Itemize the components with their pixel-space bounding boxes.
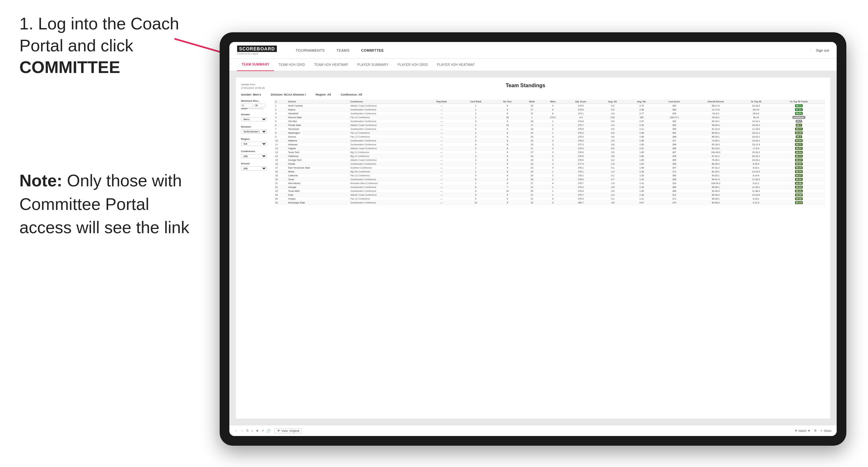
forward-icon[interactable]: → <box>240 429 244 432</box>
cell-wins: 1 <box>542 123 563 127</box>
cell-conf-rank: 5 <box>458 197 493 201</box>
rounds-slider[interactable] <box>241 108 264 109</box>
cell-rank: 6 <box>274 123 287 127</box>
table-row: 11ArkansasSoutheastern Conference—682332… <box>274 143 825 147</box>
sign-out-link[interactable]: Sign out <box>810 49 829 52</box>
cell-conference: Southeastern Conference <box>349 185 425 189</box>
cell-wins: 4 <box>542 162 563 166</box>
cell-no-tour: 9 <box>493 108 521 112</box>
school-section: School (All) <box>241 162 270 170</box>
back-icon[interactable]: ← <box>235 429 238 432</box>
tablet-screen: SCOREBOARD Powered by clippd TOURNAMENTS… <box>229 42 837 436</box>
cell-low-score: 262 <box>656 131 692 135</box>
cell-reg-rank: — <box>425 178 458 182</box>
cell-wins: 2 <box>542 127 563 131</box>
cell-rank: 3 <box>274 112 287 116</box>
sub-nav-team-h2h-heatmap[interactable]: TEAM H2H HEATMAP <box>309 59 353 71</box>
refresh-icon[interactable]: ↻ <box>246 429 249 432</box>
cell-rank: 4 <box>274 116 287 120</box>
cell-rank: 19 <box>274 174 287 178</box>
sub-nav-player-h2h-grid[interactable]: PLAYER H2H GRID <box>393 59 433 71</box>
cell-overall-record: 86-25-1 <box>692 135 739 139</box>
cell-reg-rank: — <box>425 139 458 143</box>
share-icon: ↗ <box>820 429 823 432</box>
col-school: School <box>287 99 349 104</box>
cell-vs-top25: 11-29-1 <box>739 185 773 189</box>
cell-avg-rd: 2.37 <box>627 120 657 123</box>
view-original-btn[interactable]: 👁 View: Original <box>274 428 302 433</box>
cell-school: Georgia Tech <box>287 158 349 162</box>
table-row: 10AlabamaSoutheastern Conference—5823327… <box>274 139 825 143</box>
cell-avg-sg: -1.9 <box>598 182 627 185</box>
cell-rank: 12 <box>274 147 287 151</box>
cell-conference: Southeastern Conference <box>349 201 425 205</box>
cell-wins: 4 <box>542 158 563 162</box>
cell-vs-top25: 11-38-2 <box>739 189 773 193</box>
cell-vs-top25: 15-32-2 <box>739 151 773 154</box>
bookmark-icon[interactable]: ★ <box>256 429 259 432</box>
watch-btn[interactable]: 👁 Watch ▼ <box>795 429 810 432</box>
cell-adj-score: 274.1 <box>563 112 598 116</box>
cell-avg-sg: -4.6 <box>598 135 627 139</box>
min-rounds-max-input[interactable] <box>254 104 266 107</box>
cell-vs-top25: 9-10-1 <box>739 166 773 170</box>
cell-vs-top50: 80.91 <box>773 178 825 182</box>
cell-conf-rank: 1 <box>458 108 493 112</box>
region-select[interactable]: N/A <box>241 142 267 146</box>
cell-avg-rd: 2.77 <box>627 112 657 116</box>
cell-no-tour: 10 <box>493 123 521 127</box>
cell-reg-rank: — <box>425 185 458 189</box>
nav-item-tournaments[interactable]: TOURNAMENTS <box>290 42 331 59</box>
division-select[interactable]: NCAA Division I <box>241 129 267 134</box>
cell-vs-top25: 33-25-2 <box>739 123 773 127</box>
cell-reg-rank: — <box>425 166 458 170</box>
cell-avg-sg: -3.8 <box>598 185 627 189</box>
cell-rank: 23 <box>274 189 287 193</box>
watch-icon: 👁 <box>795 429 798 432</box>
share-btn[interactable]: ↗ Share <box>820 429 832 432</box>
main-content: Update time: 27/03/2024 16:56:26 Team St… <box>229 71 837 425</box>
cell-vs-top50: 80.27 <box>773 174 825 178</box>
nav-item-teams[interactable]: TEAMS <box>331 42 355 59</box>
bottom-toolbar: ← → ↻ ⌂ ★ ↗ 🕐 👁 View: Original 👁 Watch ▼… <box>229 425 837 436</box>
share-small-icon[interactable]: ↗ <box>261 429 264 432</box>
cell-vs-top50: 80.38 <box>773 197 825 201</box>
cell-no-tour: 6 <box>493 120 521 123</box>
sub-nav-team-summary[interactable]: TEAM SUMMARY <box>237 59 274 71</box>
cell-wins: 2 <box>542 154 563 158</box>
cell-conference: Southeastern Conference <box>349 162 425 166</box>
cell-vs-top50: 80.94 <box>773 151 825 154</box>
sub-nav-team-h2h-grid[interactable]: TEAM H2H GRID <box>274 59 309 71</box>
min-rounds-min-input[interactable] <box>241 104 253 107</box>
school-select[interactable]: (All) <box>241 166 267 170</box>
cell-rnds: 24 <box>521 162 542 166</box>
cell-avg-rd: 1.85 <box>627 151 657 154</box>
table-row: 16FloridaSoutheastern Conference—7924427… <box>274 162 825 166</box>
cell-vs-top50: 80.57 <box>773 147 825 151</box>
gender-select[interactable]: Men's <box>241 117 267 121</box>
col-vs-top25: Vs Top 25 <box>739 99 773 104</box>
cell-conf-rank: 2 <box>458 131 493 135</box>
cell-no-tour: 8 <box>493 131 521 135</box>
fullscreen-btn[interactable]: ⧉ <box>814 429 816 432</box>
cell-low-score: 264 <box>656 123 692 127</box>
cell-avg-sg: -5.0 <box>598 108 627 112</box>
table-row: 1North CarolinaAtlantic Coast Conference… <box>274 104 825 108</box>
home-icon[interactable]: ⌂ <box>251 429 253 432</box>
watch-label: Watch <box>799 429 807 432</box>
tablet-device: SCOREBOARD Powered by clippd TOURNAMENTS… <box>220 32 846 446</box>
cell-overall-record: 87-21-2 <box>692 166 739 170</box>
conference-select[interactable]: (All) <box>241 154 267 158</box>
cell-adj-score: -4.0 <box>563 116 598 120</box>
cell-conf-rank: 2 <box>458 154 493 158</box>
cell-vs-top50: 80.71 <box>773 154 825 158</box>
cell-conference: Southeastern Conference <box>349 143 425 147</box>
nav-item-committee[interactable]: COMMITTEE <box>355 42 390 59</box>
sub-nav-player-summary[interactable]: PLAYER SUMMARY <box>353 59 393 71</box>
cell-conf-rank: 1 <box>458 182 493 185</box>
cell-conference: Atlantic Coast Conference <box>349 147 425 151</box>
sub-nav-player-h2h-heatmap[interactable]: PLAYER H2H HEATMAP <box>432 59 479 71</box>
clock-icon[interactable]: 🕐 <box>267 429 270 432</box>
cell-reg-rank: — <box>425 108 458 112</box>
cell-avg-rd: 1.85 <box>627 158 657 162</box>
